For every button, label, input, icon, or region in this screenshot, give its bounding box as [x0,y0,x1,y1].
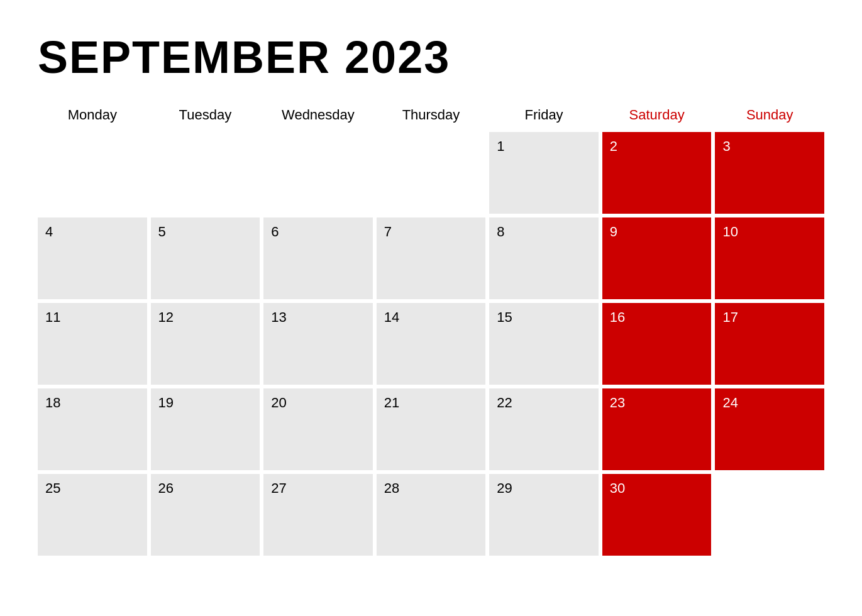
day-cell-24[interactable]: 24 [715,388,824,470]
day-cell-4[interactable]: 4 [38,217,147,299]
day-number: 19 [158,395,174,410]
day-number: 23 [610,395,625,410]
day-cell-empty[interactable] [263,132,373,214]
day-cell-18[interactable]: 18 [38,388,147,470]
calendar-week-5: 252627282930 [38,474,824,556]
day-cell-17[interactable]: 17 [715,303,824,385]
day-cell-22[interactable]: 22 [489,388,599,470]
day-cell-10[interactable]: 10 [715,217,824,299]
day-cell-5[interactable]: 5 [151,217,260,299]
day-cell-23[interactable]: 23 [602,388,712,470]
day-number: 29 [497,480,512,496]
day-number: 10 [722,224,738,239]
calendar-container: SEPTEMBER 2023 MondayTuesdayWednesdayThu… [0,0,862,581]
day-number: 9 [610,224,617,239]
calendar-title: SEPTEMBER 2023 [38,31,824,83]
day-number: 5 [158,224,166,239]
day-cell-empty[interactable] [715,474,824,556]
calendar-week-3: 11121314151617 [38,303,824,385]
day-cell-12[interactable]: 12 [151,303,260,385]
day-cell-13[interactable]: 13 [263,303,373,385]
day-cell-27[interactable]: 27 [263,474,373,556]
day-cell-21[interactable]: 21 [377,388,486,470]
day-number: 25 [45,480,60,496]
calendar-week-4: 18192021222324 [38,388,824,470]
day-cell-15[interactable]: 15 [489,303,599,385]
day-header-thursday: Thursday [377,102,486,128]
day-number: 16 [610,309,625,325]
day-cell-20[interactable]: 20 [263,388,373,470]
day-number: 24 [722,395,738,410]
day-headers: MondayTuesdayWednesdayThursdayFridaySatu… [38,102,824,128]
calendar-grid: MondayTuesdayWednesdayThursdayFridaySatu… [38,102,824,556]
day-number: 2 [610,138,617,154]
day-number: 22 [497,395,512,410]
day-header-friday: Friday [489,102,599,128]
day-number: 26 [158,480,174,496]
day-cell-11[interactable]: 11 [38,303,147,385]
calendar-week-1: 123 [38,132,824,214]
day-cell-16[interactable]: 16 [602,303,712,385]
calendar-rows: 1234567891011121314151617181920212223242… [38,132,824,556]
day-cell-9[interactable]: 9 [602,217,712,299]
day-number: 14 [384,309,399,325]
day-number: 30 [610,480,625,496]
day-header-tuesday: Tuesday [151,102,260,128]
day-number: 1 [497,138,504,154]
day-number: 21 [384,395,399,410]
day-cell-29[interactable]: 29 [489,474,599,556]
day-header-sunday: Sunday [715,102,824,128]
day-cell-14[interactable]: 14 [377,303,486,385]
day-number: 13 [271,309,286,325]
day-cell-1[interactable]: 1 [489,132,599,214]
day-cell-empty[interactable] [151,132,260,214]
day-cell-26[interactable]: 26 [151,474,260,556]
day-cell-2[interactable]: 2 [602,132,712,214]
day-number: 20 [271,395,286,410]
day-cell-7[interactable]: 7 [377,217,486,299]
day-number: 18 [45,395,60,410]
day-cell-30[interactable]: 30 [602,474,712,556]
day-cell-19[interactable]: 19 [151,388,260,470]
day-number: 28 [384,480,399,496]
day-header-wednesday: Wednesday [263,102,373,128]
day-cell-empty[interactable] [38,132,147,214]
day-number: 8 [497,224,504,239]
day-header-saturday: Saturday [602,102,712,128]
calendar-week-2: 45678910 [38,217,824,299]
day-header-monday: Monday [38,102,147,128]
day-number: 17 [722,309,738,325]
day-cell-25[interactable]: 25 [38,474,147,556]
day-cell-empty[interactable] [377,132,486,214]
day-number: 15 [497,309,512,325]
day-number: 11 [45,309,60,325]
day-number: 7 [384,224,392,239]
day-cell-6[interactable]: 6 [263,217,373,299]
day-number: 12 [158,309,174,325]
day-cell-3[interactable]: 3 [715,132,824,214]
day-number: 6 [271,224,279,239]
day-cell-28[interactable]: 28 [377,474,486,556]
day-number: 4 [45,224,53,239]
day-cell-8[interactable]: 8 [489,217,599,299]
day-number: 27 [271,480,286,496]
day-number: 3 [722,138,730,154]
